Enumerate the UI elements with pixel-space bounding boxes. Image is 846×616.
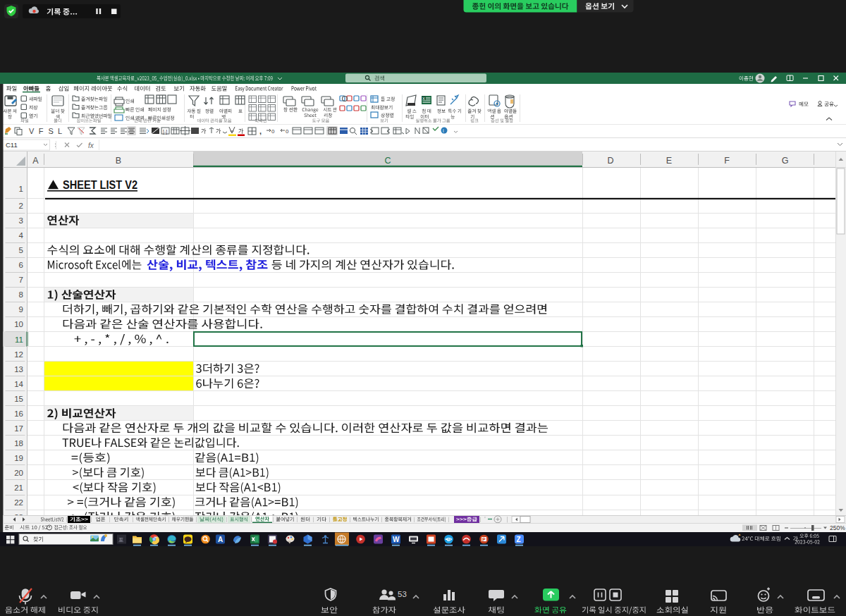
svg-text:X: X xyxy=(422,97,425,101)
svg-text:E: E xyxy=(666,156,672,166)
svg-text:C: C xyxy=(384,156,391,166)
svg-text:20: 20 xyxy=(14,469,23,477)
svg-text:0: 0 xyxy=(271,128,275,135)
svg-text:22: 22 xyxy=(14,498,23,507)
svg-text:18: 18 xyxy=(14,439,23,448)
svg-text:Z: Z xyxy=(517,536,521,543)
svg-text:A: A xyxy=(218,536,223,543)
svg-text:B: B xyxy=(116,156,121,166)
svg-text:2: 2 xyxy=(19,202,23,210)
svg-text:14: 14 xyxy=(14,380,23,388)
svg-text:V: V xyxy=(29,127,35,135)
svg-text:17: 17 xyxy=(14,424,23,433)
svg-text:F: F xyxy=(39,127,44,135)
svg-text:5: 5 xyxy=(19,246,23,254)
svg-text:4: 4 xyxy=(19,231,24,240)
svg-text:6: 6 xyxy=(19,261,23,269)
svg-text:19: 19 xyxy=(14,454,23,462)
svg-text:fx: fx xyxy=(88,142,94,149)
svg-text:9: 9 xyxy=(19,305,23,314)
svg-text:16: 16 xyxy=(14,409,23,418)
svg-text:D: D xyxy=(607,156,613,166)
svg-text:L: L xyxy=(58,127,62,135)
svg-text:S: S xyxy=(48,127,53,135)
svg-text:e: e xyxy=(447,536,450,543)
svg-text:[-]: [-] xyxy=(163,129,167,135)
svg-text:12: 12 xyxy=(14,350,23,359)
svg-text:11: 11 xyxy=(15,335,23,344)
svg-text:8: 8 xyxy=(19,290,23,299)
svg-text:F: F xyxy=(724,156,730,166)
svg-text:,: , xyxy=(259,127,262,135)
svg-text:250%: 250% xyxy=(830,524,845,531)
svg-text:7: 7 xyxy=(19,276,23,284)
svg-text:13: 13 xyxy=(14,365,23,374)
svg-text:W: W xyxy=(393,536,400,543)
svg-text:A: A xyxy=(32,156,39,166)
svg-text:G: G xyxy=(782,156,789,166)
svg-text:3: 3 xyxy=(19,216,23,225)
svg-text:15: 15 xyxy=(14,395,23,403)
svg-text:C11: C11 xyxy=(6,141,18,149)
svg-text:21: 21 xyxy=(14,483,23,492)
svg-text:P: P xyxy=(482,537,486,542)
svg-text:0: 0 xyxy=(286,128,289,135)
svg-text:10: 10 xyxy=(14,320,23,328)
svg-text:SHEET LIST V2: SHEET LIST V2 xyxy=(63,179,137,191)
svg-text:1: 1 xyxy=(19,185,23,193)
svg-text:53: 53 xyxy=(398,590,407,598)
